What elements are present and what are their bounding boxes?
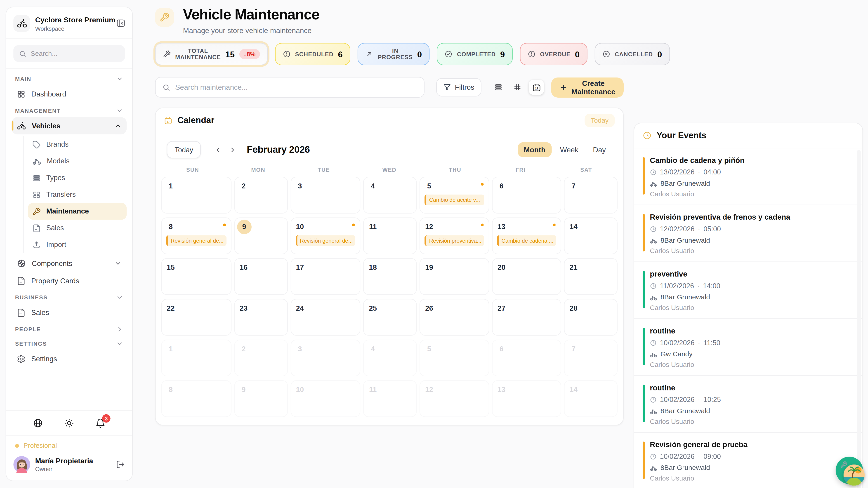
sidebar-item-property-cards[interactable]: Property Cards <box>12 272 127 289</box>
calendar-day-cell[interactable]: 22 <box>161 299 231 336</box>
calendar-day-cell[interactable]: 24 <box>290 299 361 336</box>
sidebar-item-brands[interactable]: Brands <box>28 136 127 153</box>
calendar-day-cell[interactable]: 6 <box>492 339 561 377</box>
calendar-day-cell[interactable]: 11 <box>364 217 417 254</box>
calendar-day-cell[interactable]: 6 <box>492 177 561 214</box>
calendar-day-cell[interactable]: 11 <box>364 380 417 417</box>
calendar-day-cell[interactable]: 21 <box>564 258 618 295</box>
calendar-day-cell[interactable]: 17 <box>290 258 361 295</box>
calendar-event-pill[interactable]: Revisión preventiva... <box>425 235 484 246</box>
floating-assistant-button[interactable] <box>836 457 863 484</box>
section-settings[interactable]: SETTINGS <box>12 336 127 350</box>
sidebar-item-dashboard[interactable]: Dashboard <box>12 86 127 103</box>
calendar-view-button[interactable]: 17 <box>529 80 544 95</box>
calendar-day-cell[interactable]: 3 <box>290 177 361 214</box>
event-list-item[interactable]: Cambio de cadena y piñón 13/02/2026 · 04… <box>634 148 862 205</box>
calendar-day-cell[interactable]: 20 <box>492 258 561 295</box>
sidebar-search-input[interactable] <box>31 50 119 58</box>
section-main[interactable]: MAIN <box>12 71 127 85</box>
sidebar-item-settings[interactable]: Settings <box>12 350 127 367</box>
event-list-item[interactable]: routine 10/02/2026 · 10:25 8Bar Grunewal… <box>634 376 862 433</box>
event-list-item[interactable]: Revisión general de prueba 10/02/2026 · … <box>634 433 862 488</box>
calendar-day-cell[interactable]: 1 <box>161 339 231 377</box>
calendar-day-cell[interactable]: 16 <box>234 258 288 295</box>
calendar-day-cell[interactable]: 3 <box>290 339 361 377</box>
globe-icon[interactable] <box>33 418 43 428</box>
calendar-day-cell[interactable]: 8 <box>161 380 231 417</box>
calendar-day-cell[interactable]: 8 Revisión general de... <box>161 217 231 254</box>
calendar-day-cell[interactable]: 7 <box>564 177 618 214</box>
sidebar-item-components[interactable]: Components <box>12 255 127 272</box>
stat-chip-cancelled[interactable]: CANCELLED 0 <box>595 43 670 65</box>
calendar-day-cell[interactable]: 27 <box>492 299 561 336</box>
today-button[interactable]: Today <box>167 141 201 158</box>
next-month-chevron-icon[interactable] <box>225 142 240 157</box>
sidebar-item-types[interactable]: Types <box>28 169 127 186</box>
calendar-event-pill[interactable]: Cambio de cadena ... <box>497 235 556 246</box>
calendar-day-cell[interactable]: 1 <box>161 177 231 214</box>
calendar-day-cell[interactable]: 14 <box>564 217 618 254</box>
calendar-day-cell[interactable]: 12 <box>420 380 489 417</box>
view-month[interactable]: Month <box>518 142 552 157</box>
calendar-day-cell[interactable]: 18 <box>364 258 417 295</box>
sidebar-item-maintenance[interactable]: Maintenance <box>28 203 127 220</box>
create-maintenance-button[interactable]: Create Maintenance <box>551 77 624 97</box>
event-list-item[interactable]: routine 10/02/2026 · 11:50 Gw Candy Carl… <box>634 319 862 376</box>
calendar-day-cell[interactable]: 28 <box>564 299 618 336</box>
sidebar-item-vehicles[interactable]: Vehicles <box>12 117 127 134</box>
sidebar-collapse-icon[interactable] <box>116 18 125 28</box>
calendar-day-cell[interactable]: 5 <box>420 339 489 377</box>
calendar-day-cell[interactable]: 5 Cambio de aceite v... <box>420 177 489 214</box>
sidebar-item-import[interactable]: Import <box>28 236 127 253</box>
stat-chip-overdue[interactable]: OVERDUE 0 <box>520 43 587 65</box>
view-week[interactable]: Week <box>554 142 585 157</box>
sidebar-item-sales[interactable]: Sales <box>28 220 127 236</box>
calendar-day-cell[interactable]: 15 <box>161 258 231 295</box>
workspace-switcher[interactable]: Cyclora Store Premium Workspace <box>6 7 132 38</box>
calendar-day-cell[interactable]: 26 <box>420 299 489 336</box>
calendar-corner-today[interactable]: Today <box>585 113 615 127</box>
calendar-event-pill[interactable]: Cambio de aceite v... <box>425 195 484 205</box>
calendar-event-pill[interactable]: Revisión general de... <box>296 235 355 246</box>
calendar-day-cell[interactable]: 10 Revisión general de... <box>290 217 361 254</box>
calendar-day-cell[interactable]: 23 <box>234 299 288 336</box>
logout-icon[interactable] <box>116 460 125 469</box>
sidebar-item-transfers[interactable]: Transfers <box>28 186 127 203</box>
events-scrollbar[interactable] <box>857 150 861 488</box>
event-list-item[interactable]: preventive 11/02/2026 · 14:00 8Bar Grune… <box>634 262 862 319</box>
calendar-day-cell[interactable]: 7 <box>564 339 618 377</box>
notifications-button[interactable]: 3 <box>95 418 105 428</box>
calendar-day-cell[interactable]: 25 <box>364 299 417 336</box>
stat-chip-completed[interactable]: COMPLETED 9 <box>437 43 513 65</box>
view-day[interactable]: Day <box>587 142 612 157</box>
list-view-button[interactable] <box>491 80 506 95</box>
calendar-day-cell[interactable]: 4 <box>364 177 417 214</box>
sidebar-search[interactable] <box>13 45 125 62</box>
section-management[interactable]: MANAGEMENT <box>12 103 127 117</box>
calendar-day-cell[interactable]: 13 Cambio de cadena ... <box>492 217 561 254</box>
maintenance-search-input[interactable] <box>175 83 417 92</box>
sidebar-item-business-sales[interactable]: Sales <box>12 304 127 321</box>
calendar-day-cell[interactable]: 2 <box>234 339 288 377</box>
calendar-day-cell[interactable]: 10 <box>290 380 361 417</box>
sidebar-item-models[interactable]: Models <box>28 153 127 169</box>
calendar-day-cell[interactable]: 2 <box>234 177 288 214</box>
calendar-day-cell[interactable]: 19 <box>420 258 489 295</box>
stat-chip-scheduled[interactable]: SCHEDULED 6 <box>275 43 350 65</box>
calendar-day-cell[interactable]: 4 <box>364 339 417 377</box>
stat-chip-total-maintenance[interactable]: TOTAL MAINTENANCE 15 ↓8% <box>155 43 268 65</box>
event-list-item[interactable]: Revisión preventiva de frenos y cadena 1… <box>634 205 862 262</box>
calendar-day-cell[interactable]: 13 <box>492 380 561 417</box>
calendar-event-pill[interactable]: Revisión general de... <box>166 235 226 246</box>
section-business[interactable]: BUSINESS <box>12 289 127 304</box>
prev-month-chevron-icon[interactable] <box>211 142 225 157</box>
calendar-day-cell[interactable]: 14 <box>564 380 618 417</box>
grid-view-button[interactable] <box>510 80 525 95</box>
calendar-day-cell[interactable]: 9 <box>234 380 288 417</box>
section-people[interactable]: PEOPLE <box>12 321 127 335</box>
stat-chip-in-progress[interactable]: IN PROGRESS 0 <box>358 43 430 65</box>
theme-sun-icon[interactable] <box>64 418 74 428</box>
maintenance-search[interactable] <box>155 77 425 98</box>
filters-button[interactable]: Filtros <box>436 78 482 96</box>
calendar-day-cell[interactable]: 9 <box>234 217 288 254</box>
